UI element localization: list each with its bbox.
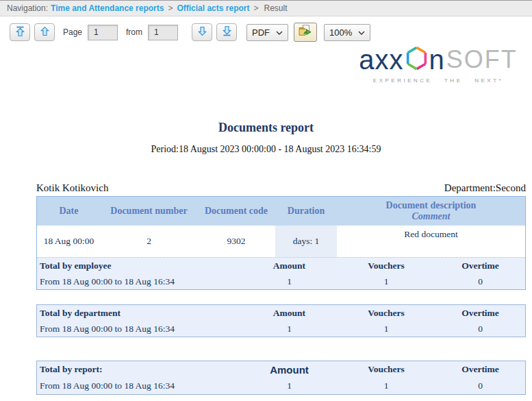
total-employee-header-row: Total by employee Amount Vouchers Overti…: [37, 258, 525, 274]
cell-document-number: 2: [101, 226, 197, 257]
documents-table: Date Document number Document code Durat…: [36, 196, 526, 290]
total-report-overtime: 0: [434, 378, 527, 394]
total-employee-amount: 1: [240, 274, 338, 289]
comment-header-line: Comment: [411, 211, 450, 222]
report-title: Documents report: [0, 121, 532, 135]
zoom-select[interactable]: 100%: [324, 24, 370, 41]
page-input[interactable]: [88, 25, 118, 40]
total-employee-vouchers: 1: [338, 274, 434, 289]
total-department-range: From 18 Aug 00:00 to 18 Aug 16:34: [37, 321, 240, 337]
chevron-down-icon: [358, 27, 365, 38]
report-meta-row: Kotik Kotikovich Department:Second: [36, 182, 526, 194]
chevron-down-icon: [276, 27, 283, 38]
breadcrumb-label: Navigation:: [7, 3, 48, 13]
logo-tagline: EXPERIENCE THE NEXT*: [353, 77, 524, 84]
logo-text-n: n: [429, 46, 445, 73]
total-department-values-row: From 18 Aug 00:00 to 18 Aug 16:34 1 1 0: [37, 321, 525, 337]
breadcrumb-separator: >: [168, 3, 173, 13]
total-department-section: Total by department Amount Vouchers Over…: [36, 304, 526, 337]
axxonsoft-logo: axx n SOFT EXPERIENCE THE NEXT*: [353, 45, 524, 84]
format-select[interactable]: PDF: [246, 24, 288, 41]
hexagon-logo-icon: [405, 45, 428, 74]
vouchers-header: Vouchers: [338, 361, 434, 378]
total-report-values-row: From 18 Aug 00:00 to 18 Aug 16:34 1 1 0: [37, 378, 525, 394]
total-report-header-row: Total by report: Amount Vouchers Overtim…: [37, 361, 525, 378]
total-employee-label: Total by employee: [37, 258, 240, 274]
overtime-header: Overtime: [434, 258, 527, 274]
total-report-section: Total by report: Amount Vouchers Overtim…: [36, 361, 526, 395]
total-department-amount: 1: [240, 321, 338, 337]
overtime-header: Overtime: [434, 305, 527, 321]
previous-page-button[interactable]: [34, 23, 55, 41]
total-employee-overtime: 0: [434, 274, 527, 289]
breadcrumb-link-official-acts[interactable]: Official acts report: [177, 3, 249, 13]
total-report-label: Total by report:: [37, 361, 240, 378]
from-label: from: [126, 27, 142, 37]
format-select-value: PDF: [252, 27, 270, 38]
total-report-amount: 1: [240, 378, 338, 394]
logo-text-axx: axx: [359, 46, 403, 73]
total-department-overtime: 0: [434, 321, 527, 337]
total-pages-input[interactable]: [148, 25, 178, 40]
overtime-header: Overtime: [434, 361, 527, 378]
breadcrumb-separator: >: [253, 3, 258, 13]
documents-table-header: Date Document number Document code Durat…: [37, 197, 525, 226]
last-page-button[interactable]: [216, 23, 237, 41]
department-label: Department:Second: [444, 182, 526, 194]
cell-duration: days: 1: [275, 226, 337, 257]
employee-name: Kotik Kotikovich: [36, 182, 108, 194]
column-header-date: Date: [37, 197, 101, 226]
total-report-range: From 18 Aug 00:00 to 18 Aug 16:34: [37, 378, 240, 394]
zoom-select-value: 100%: [329, 27, 352, 38]
total-report-vouchers: 1: [338, 378, 434, 394]
total-department-vouchers: 1: [338, 321, 434, 337]
column-header-duration: Duration: [275, 197, 337, 226]
cell-description: Red document: [337, 226, 525, 257]
amount-header: Amount: [240, 305, 338, 321]
vouchers-header: Vouchers: [338, 258, 434, 274]
logo-text-soft: SOFT: [446, 47, 518, 72]
last-page-icon: [221, 25, 233, 40]
total-department-header-row: Total by department Amount Vouchers Over…: [37, 305, 525, 321]
breadcrumb-current: Result: [264, 3, 287, 13]
column-header-document-number: Document number: [101, 197, 197, 226]
page-label: Page: [63, 27, 82, 37]
report-period: Period:18 August 2023 00:00:00 - 18 Augu…: [0, 144, 532, 155]
report-toolbar: Page from PDF 100%: [0, 16, 532, 48]
description-header-line: Document description: [386, 200, 477, 211]
column-header-document-code: Document code: [197, 197, 275, 226]
first-page-icon: [14, 25, 26, 40]
vouchers-header: Vouchers: [338, 305, 434, 321]
breadcrumb: Navigation: Time and Attendance reports …: [0, 0, 532, 16]
amount-header: Amount: [240, 258, 338, 274]
first-page-button[interactable]: [10, 23, 30, 41]
export-icon: [299, 25, 312, 40]
total-employee-range: From 18 Aug 00:00 to 18 Aug 16:34: [37, 274, 240, 289]
arrow-down-icon: [197, 25, 208, 40]
table-row: 18 Aug 00:00 2 9302 days: 1 Red document: [37, 226, 525, 258]
total-employee-values-row: From 18 Aug 00:00 to 18 Aug 16:34 1 1 0: [37, 274, 525, 289]
next-page-button[interactable]: [192, 23, 212, 41]
cell-document-code: 9302: [197, 226, 275, 257]
total-department-label: Total by department: [37, 305, 240, 321]
amount-header: Amount: [240, 361, 338, 378]
arrow-up-icon: [39, 25, 51, 40]
report-body: Documents report Period:18 August 2023 0…: [0, 121, 532, 395]
cell-date: 18 Aug 00:00: [37, 226, 101, 257]
breadcrumb-link-time-attendance[interactable]: Time and Attendance reports: [51, 3, 164, 13]
column-header-description: Document description Comment: [337, 197, 525, 226]
export-button[interactable]: [294, 23, 317, 42]
